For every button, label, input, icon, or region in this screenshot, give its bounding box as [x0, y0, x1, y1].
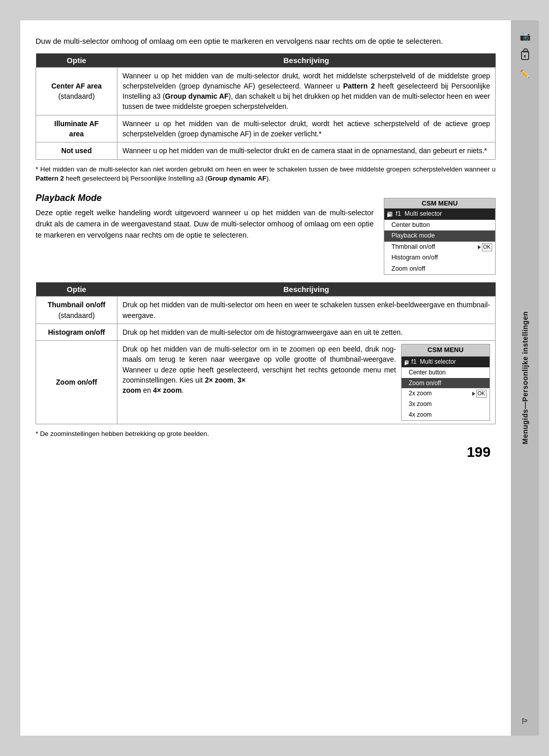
- table-row: Histogram on/off Druk op het midden van …: [36, 324, 496, 340]
- table2-header-col2: Beschrijving: [117, 282, 496, 297]
- csm-menu-item-playback: Playback mode: [384, 230, 495, 242]
- desc-not-used: Wanneer u op het midden van de multi-sel…: [117, 142, 496, 159]
- desc-illuminate: Wanneer u op het midden van de multi-sel…: [117, 115, 496, 142]
- csm-menu-box2: CSM MENU ▶ f1 Multi selector Center butt…: [401, 344, 490, 421]
- csm-menu-title1: CSM MENU: [384, 198, 495, 209]
- table-row: Not used Wanneer u op het midden van de …: [36, 142, 496, 159]
- sidebar-icon-flag: 🏳: [521, 717, 529, 725]
- csm-menu-item2-zoom: Zoom on/off: [402, 378, 490, 389]
- playback-text-block: Playback Mode Deze optie regelt welke ha…: [36, 193, 374, 241]
- option-histogram: Histogram on/off: [36, 324, 117, 340]
- table-row: Center AF area (standaard) Wanneer u op …: [36, 67, 496, 115]
- csm-menu-box1: CSM MENU ▶ f1 Multi selector Center butt…: [384, 198, 496, 275]
- page-number: 199: [36, 444, 496, 460]
- table2-header-col1: Optie: [36, 282, 117, 297]
- csm-menu-title2: CSM MENU: [402, 344, 490, 357]
- csm-menu-item-zoom1: Zoom on/off: [384, 264, 495, 275]
- table-row: Thumbnail on/off (standaard) Druk op het…: [36, 297, 496, 324]
- table2: Optie Beschrijving Thumbnail on/off (sta…: [36, 282, 496, 424]
- option-zoom: Zoom on/off: [36, 341, 117, 424]
- table-row: Zoom on/off Druk op het midden van de mu…: [36, 341, 496, 424]
- sidebar-icon-pencil: ✏️: [520, 69, 530, 78]
- option-center-af: Center AF area (standaard): [36, 67, 117, 115]
- intro-text: Duw de multi-selector omhoog of omlaag o…: [36, 36, 496, 47]
- csm-menu-item-center: Center button: [384, 220, 495, 231]
- csm-menu-item2-4x: 4x zoom: [402, 410, 490, 420]
- table1-footnote: * Het midden van de multi-selector kan n…: [36, 165, 496, 184]
- sidebar-icon-lock: [521, 51, 529, 60]
- option-thumbnail: Thumbnail on/off (standaard): [36, 297, 117, 324]
- table1-header-col2: Beschrijving: [117, 53, 496, 68]
- table1: Optie Beschrijving Center AF area (stand…: [36, 53, 496, 160]
- csm-menu-item2-2x: 2x zoom OK: [402, 388, 490, 399]
- sidebar-icon-camera: 📷: [520, 31, 531, 42]
- option-illuminate: Illuminate AFarea: [36, 115, 117, 142]
- table2-footnote: * De zoominstellingen hebben betrekking …: [36, 429, 496, 439]
- playback-section: Playback Mode Deze optie regelt welke ha…: [36, 193, 496, 275]
- csm-menu-item-thumbnail: Thmbnail on/off OK: [384, 242, 495, 253]
- table1-header-col1: Optie: [36, 53, 117, 68]
- desc-histogram: Druk op het midden van de multi-selector…: [117, 324, 496, 340]
- desc-thumbnail: Druk op het midden van de multi-selector…: [117, 297, 496, 324]
- csm-menu-item-f1: ▶ f1 Multi selector: [384, 209, 495, 220]
- desc-zoom: Druk op het midden van de multi-selector…: [117, 341, 496, 424]
- playback-title: Playback Mode: [36, 193, 374, 203]
- csm-menu-item2-f1: ▶ f1 Multi selector: [402, 357, 490, 367]
- playback-desc: Deze optie regelt welke handeling wordt …: [36, 208, 374, 241]
- zoom-text: Druk op het midden van de multi-selector…: [123, 344, 396, 395]
- sidebar-label: Menugids—Persoonlijke instellingen: [521, 311, 529, 444]
- csm-menu-item2-center: Center button: [402, 367, 490, 378]
- csm-menu-item-histogram: Histogram on/off: [384, 252, 495, 264]
- csm-menu-item2-3x: 3x zoom: [402, 399, 490, 410]
- table-row: Illuminate AFarea Wanneer u op het midde…: [36, 115, 496, 142]
- desc-center-af: Wanneer u op het midden van de multi-sel…: [117, 67, 496, 115]
- option-not-used: Not used: [36, 142, 117, 159]
